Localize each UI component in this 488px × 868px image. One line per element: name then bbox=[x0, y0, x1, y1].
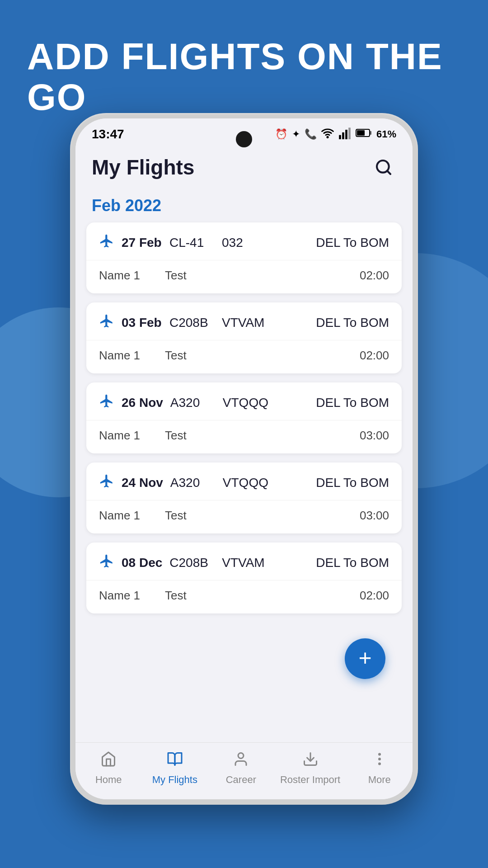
card-divider bbox=[86, 580, 402, 580]
flight-route: DEL To BOM bbox=[279, 316, 389, 330]
career-icon bbox=[233, 751, 249, 771]
nav-label-roster-import: Roster Import bbox=[280, 774, 340, 786]
app-title: My Flights bbox=[92, 155, 194, 179]
card-divider bbox=[86, 340, 402, 340]
flight-card[interactable]: 24 Nov A320 VTQQQ DEL To BOM Name 1 Test… bbox=[86, 462, 402, 533]
flight-name: Name 1 bbox=[99, 429, 158, 443]
plane-icon bbox=[99, 313, 114, 332]
bluetooth-icon: ✦ bbox=[292, 128, 300, 140]
plane-icon bbox=[99, 553, 114, 572]
flight-duration: 03:00 bbox=[360, 429, 389, 443]
flight-route: DEL To BOM bbox=[279, 236, 389, 250]
phone-frame: 13:47 ⏰ ✦ 📞 bbox=[70, 113, 418, 805]
status-icons: ⏰ ✦ 📞 bbox=[275, 127, 396, 142]
svg-point-14 bbox=[378, 763, 381, 765]
flight-duration: 02:00 bbox=[360, 269, 389, 283]
flight-route: DEL To BOM bbox=[279, 556, 389, 570]
nav-label-more: More bbox=[368, 774, 391, 786]
svg-point-10 bbox=[238, 753, 244, 759]
flight-route: DEL To BOM bbox=[280, 476, 389, 490]
flight-aircraft: A320 bbox=[170, 396, 216, 410]
nav-item-my-flights[interactable]: My Flights bbox=[148, 751, 202, 786]
flight-date: 08 Dec bbox=[122, 556, 162, 570]
flight-card[interactable]: 03 Feb C208B VTVAM DEL To BOM Name 1 Tes… bbox=[86, 302, 402, 373]
app-header: My Flights bbox=[75, 146, 413, 187]
hero-title: ADD FLIGHTS ON THE GO bbox=[27, 36, 461, 118]
flight-date: 27 Feb bbox=[122, 236, 162, 250]
flight-registration: 032 bbox=[222, 236, 272, 250]
flight-name: Name 1 bbox=[99, 349, 158, 363]
signal-icon bbox=[338, 127, 351, 142]
nav-item-home[interactable]: Home bbox=[81, 751, 136, 786]
flight-aircraft: A320 bbox=[170, 476, 216, 490]
flight-type: Test bbox=[165, 269, 352, 283]
svg-rect-4 bbox=[348, 127, 351, 139]
svg-point-13 bbox=[378, 758, 381, 760]
add-flight-button[interactable]: + bbox=[345, 638, 385, 679]
more-icon bbox=[371, 751, 388, 771]
plane-icon bbox=[99, 473, 114, 492]
flight-card[interactable]: 08 Dec C208B VTVAM DEL To BOM Name 1 Tes… bbox=[86, 542, 402, 613]
svg-point-0 bbox=[327, 137, 328, 137]
home-icon bbox=[100, 751, 117, 771]
card-divider bbox=[86, 260, 402, 260]
flight-registration: VTVAM bbox=[222, 316, 272, 330]
add-icon: + bbox=[358, 646, 371, 669]
search-icon bbox=[375, 158, 393, 176]
flight-type: Test bbox=[165, 349, 352, 363]
flight-aircraft: CL-41 bbox=[169, 236, 215, 250]
flights-list: 27 Feb CL-41 032 DEL To BOM Name 1 Test … bbox=[86, 222, 402, 613]
camera-notch bbox=[236, 131, 252, 147]
card-divider bbox=[86, 420, 402, 420]
bottom-nav: Home My Flights Career bbox=[75, 742, 413, 799]
svg-rect-1 bbox=[339, 135, 341, 139]
roster-import-icon bbox=[302, 751, 319, 771]
flight-date: 24 Nov bbox=[122, 476, 163, 490]
flight-aircraft: C208B bbox=[169, 556, 215, 570]
content-area: Feb 2022 27 Feb CL-41 032 DEL To BOM Nam… bbox=[75, 187, 413, 742]
status-bar: 13:47 ⏰ ✦ 📞 bbox=[75, 118, 413, 146]
svg-point-12 bbox=[378, 753, 381, 756]
flight-date: 26 Nov bbox=[122, 396, 163, 410]
flight-name: Name 1 bbox=[99, 589, 158, 603]
flight-duration: 03:00 bbox=[360, 509, 389, 523]
status-time: 13:47 bbox=[92, 127, 124, 142]
phone-screen: 13:47 ⏰ ✦ 📞 bbox=[75, 118, 413, 799]
svg-rect-7 bbox=[357, 130, 365, 136]
svg-line-9 bbox=[387, 171, 390, 174]
my-flights-icon bbox=[167, 751, 183, 771]
svg-rect-3 bbox=[345, 130, 347, 139]
wifi-icon bbox=[321, 127, 334, 142]
flight-card[interactable]: 26 Nov A320 VTQQQ DEL To BOM Name 1 Test… bbox=[86, 382, 402, 453]
svg-rect-2 bbox=[342, 132, 344, 139]
alarm-icon: ⏰ bbox=[275, 128, 287, 140]
flight-registration: VTVAM bbox=[222, 556, 272, 570]
battery-icon bbox=[356, 128, 372, 141]
flight-name: Name 1 bbox=[99, 509, 158, 523]
flight-date: 03 Feb bbox=[122, 316, 162, 330]
nav-label-career: Career bbox=[226, 774, 256, 786]
nav-label-home: Home bbox=[95, 774, 122, 786]
flight-duration: 02:00 bbox=[360, 589, 389, 603]
nav-item-career[interactable]: Career bbox=[214, 751, 268, 786]
flight-registration: VTQQQ bbox=[223, 476, 272, 490]
flight-registration: VTQQQ bbox=[223, 396, 272, 410]
flight-type: Test bbox=[165, 429, 352, 443]
flight-type: Test bbox=[165, 509, 352, 523]
flight-type: Test bbox=[165, 589, 352, 603]
flight-aircraft: C208B bbox=[169, 316, 215, 330]
nav-item-roster-import[interactable]: Roster Import bbox=[280, 751, 340, 786]
flight-name: Name 1 bbox=[99, 269, 158, 283]
flight-card[interactable]: 27 Feb CL-41 032 DEL To BOM Name 1 Test … bbox=[86, 222, 402, 293]
battery-percent: 61% bbox=[376, 128, 396, 140]
svg-rect-6 bbox=[370, 131, 371, 135]
plane-icon bbox=[99, 393, 114, 412]
plane-icon bbox=[99, 233, 114, 252]
nav-item-more[interactable]: More bbox=[352, 751, 407, 786]
flight-duration: 02:00 bbox=[360, 349, 389, 363]
card-divider bbox=[86, 500, 402, 500]
flight-route: DEL To BOM bbox=[280, 396, 389, 410]
month-label: Feb 2022 bbox=[86, 187, 402, 222]
search-button[interactable] bbox=[371, 155, 396, 180]
call-icon: 📞 bbox=[305, 128, 317, 140]
